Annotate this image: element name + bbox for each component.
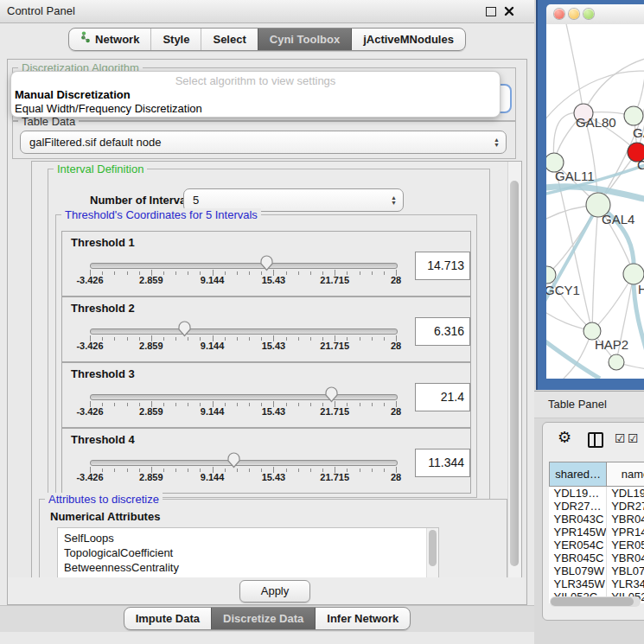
table-row[interactable]: YBR043CYBR043C: [550, 513, 644, 526]
bottom-tab-bar: Impute DataDiscretize DataInfer Network: [0, 607, 534, 630]
slider-tick: [225, 469, 226, 472]
slider-tick: [360, 469, 360, 472]
slider-tick-label: -3.426: [76, 341, 103, 351]
slider-tick-label: -3.426: [76, 472, 103, 482]
algorithm-popup-placeholder: Select algorithm to view settings: [11, 74, 500, 87]
network-icon: [80, 29, 91, 50]
close-icon[interactable]: [504, 6, 514, 16]
table-row[interactable]: YER054CYER054C: [550, 539, 644, 552]
tab-infer-network[interactable]: Infer Network: [315, 608, 410, 629]
slider-track[interactable]: [90, 394, 398, 400]
network-node[interactable]: [609, 354, 624, 370]
slider-tick: [384, 403, 385, 406]
threshold-1-box: Threshold 1-3.4262.8599.14415.4321.71528…: [61, 231, 471, 296]
table-cell[interactable]: YDR27…: [550, 500, 607, 513]
attribute-item-betweennesscentrality[interactable]: BetweennessCentrality: [58, 560, 438, 575]
slider-tick: [114, 403, 115, 406]
table-cell[interactable]: YLR345W: [607, 577, 644, 590]
table-column-header-name[interactable]: name: [607, 462, 644, 487]
slider-thumb[interactable]: [226, 451, 241, 469]
tab-label: Style: [163, 29, 189, 50]
table-cell[interactable]: YPR145W: [550, 526, 607, 539]
table-row[interactable]: YDR27…YDR27…: [550, 500, 644, 513]
slider-tick-label: 9.144: [201, 406, 225, 417]
settings-scrollbar[interactable]: [507, 162, 521, 578]
gear-icon[interactable]: ⚙: [558, 430, 571, 445]
slider-tick: [384, 271, 385, 275]
slider-thumb[interactable]: [177, 320, 192, 337]
table-cell[interactable]: YPR145W: [607, 526, 644, 539]
threshold-value-field[interactable]: 21.4: [415, 383, 470, 411]
algorithm-option-equal-width-frequency-discretization[interactable]: Equal Width/Frequency Discretization: [15, 102, 202, 115]
table-cell[interactable]: YER054C: [607, 539, 644, 552]
table-cell[interactable]: YER054C: [550, 539, 607, 552]
slider-tick: [286, 271, 287, 275]
table-data-combo[interactable]: galFiltered.sif default node ▲▼: [20, 131, 507, 154]
slider-tick-label: 2.859: [139, 406, 163, 417]
tab-cyni-toolbox[interactable]: Cyni Toolbox: [258, 29, 351, 50]
float-window-icon[interactable]: [486, 7, 496, 16]
algorithm-popup: Select algorithm to view settings Manual…: [11, 72, 500, 117]
table-cell[interactable]: YBL079W: [550, 564, 607, 577]
tab-style[interactable]: Style: [150, 29, 201, 50]
threshold-value-field[interactable]: 11.344: [415, 449, 470, 477]
network-node-label: GAL11: [555, 169, 595, 183]
node-attribute-table[interactable]: shared…nameYDL19…YDL19…YDR27…YDR27…YBR04…: [549, 462, 644, 603]
network-window-titlebar[interactable]: [546, 4, 644, 25]
numerical-attributes-list[interactable]: SelfLoopsTopologicalCoefficientBetweenne…: [57, 527, 439, 579]
attribute-item-topologicalcoefficient[interactable]: TopologicalCoefficient: [58, 545, 438, 560]
network-node-ga[interactable]: [624, 106, 643, 125]
table-cell[interactable]: YDL19…: [607, 487, 644, 501]
slider-track[interactable]: [90, 263, 398, 269]
slider-tick: [360, 337, 360, 341]
slider-tick: [175, 337, 176, 341]
table-column-header-shared-[interactable]: shared…: [550, 462, 607, 487]
checkbox-icon[interactable]: ☑: [615, 431, 626, 445]
top-tab-bar: NetworkStyleSelectCyni ToolboxjActiveMNo…: [0, 28, 534, 51]
slider-track[interactable]: [90, 460, 398, 466]
close-traffic-light[interactable]: [554, 9, 564, 19]
slider-thumb[interactable]: [259, 254, 274, 271]
threshold-value-field[interactable]: 14.713: [415, 252, 470, 280]
apply-button[interactable]: Apply: [239, 580, 310, 603]
tab-network[interactable]: Network: [69, 29, 150, 50]
columns-icon[interactable]: [588, 432, 603, 448]
tab-label: Infer Network: [327, 608, 399, 629]
attribute-item-selfloops[interactable]: SelfLoops: [58, 531, 438, 545]
table-row[interactable]: YBR045CYBR045C: [550, 552, 644, 564]
table-cell[interactable]: YBR043C: [550, 513, 607, 526]
control-panel-titlebar: Control Panel: [0, 0, 534, 23]
table-cell[interactable]: YBL079W: [607, 564, 644, 577]
tab-select[interactable]: Select: [201, 29, 257, 50]
table-row[interactable]: YDL19…YDL19…: [550, 487, 644, 501]
tab-impute-data[interactable]: Impute Data: [124, 608, 211, 629]
slider-tick: [298, 403, 299, 406]
network-view[interactable]: GAL80GACGAL11GAL4GCY1HHAP2: [546, 24, 644, 379]
slider-tick: [225, 337, 226, 341]
table-horizontal-scrollbar[interactable]: [550, 596, 641, 607]
tab-jactivemnodules[interactable]: jActiveMNodules: [351, 29, 465, 50]
tab-discretize-data[interactable]: Discretize Data: [211, 608, 315, 629]
slider-thumb[interactable]: [324, 386, 339, 403]
control-panel: Control Panel NetworkStyleSelectCyni Too…: [0, 0, 534, 644]
slider-tick-label: 9.144: [201, 275, 225, 285]
slider-tick: [163, 469, 164, 472]
threshold-value-field[interactable]: 6.316: [415, 317, 470, 346]
network-node-label: GAL80: [576, 115, 616, 130]
table-cell[interactable]: YBR045C: [607, 552, 644, 564]
table-cell[interactable]: YBR045C: [550, 552, 607, 564]
slider-track[interactable]: [90, 328, 398, 335]
zoom-traffic-light[interactable]: [583, 9, 594, 19]
slider-tick: [127, 271, 128, 275]
algorithm-option-manual-discretization[interactable]: Manual Discretization: [15, 88, 131, 101]
attributes-scrollbar[interactable]: [426, 528, 438, 579]
table-row[interactable]: YPR145WYPR145W: [550, 526, 644, 539]
table-cell[interactable]: YLR345W: [550, 577, 607, 590]
table-row[interactable]: YBL079WYBL079W: [550, 564, 644, 577]
table-cell[interactable]: YBR043C: [607, 513, 644, 526]
checkbox-icon[interactable]: ☑: [628, 431, 639, 445]
minimize-traffic-light[interactable]: [569, 9, 579, 19]
table-cell[interactable]: YDR27…: [607, 500, 644, 513]
table-row[interactable]: YLR345WYLR345W: [550, 577, 644, 590]
table-cell[interactable]: YDL19…: [550, 487, 607, 501]
